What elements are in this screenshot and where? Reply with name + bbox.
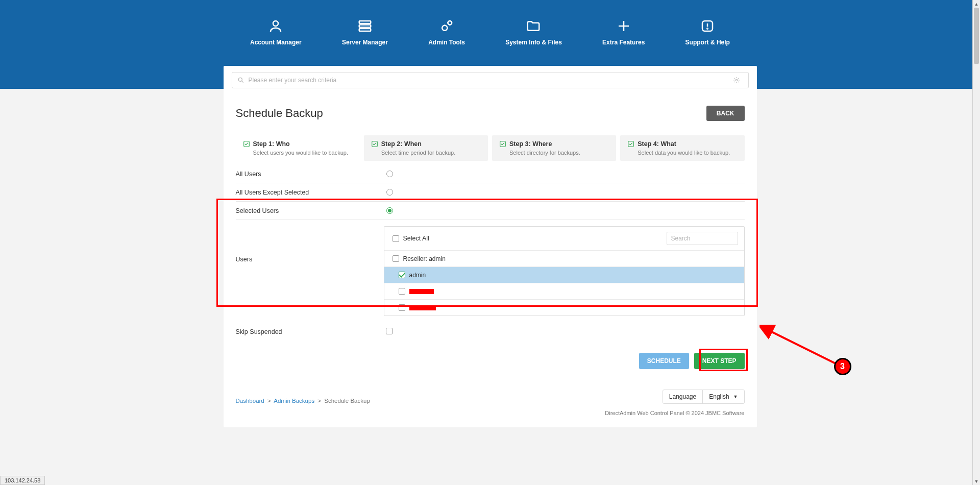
step-subtitle: Select users you would like to backup. bbox=[253, 150, 353, 156]
nav-server-manager[interactable]: Server Manager bbox=[342, 18, 388, 46]
nav-system-info[interactable]: System Info & Files bbox=[505, 18, 562, 46]
radio-all-users[interactable] bbox=[386, 171, 393, 177]
step-where[interactable]: Step 3: Where Select directory for backu… bbox=[492, 135, 616, 161]
label-users: Users bbox=[236, 220, 384, 267]
user-search-input[interactable] bbox=[667, 232, 738, 245]
radio-selected-users[interactable] bbox=[386, 207, 393, 214]
checkbox-user-1[interactable] bbox=[399, 288, 405, 295]
nav-label: Account Manager bbox=[250, 39, 302, 46]
svg-rect-1 bbox=[359, 21, 371, 23]
svg-rect-2 bbox=[359, 25, 371, 28]
nav-extra-features[interactable]: Extra Features bbox=[602, 18, 645, 46]
chevron-down-icon: ▼ bbox=[733, 394, 738, 399]
step-title: Step 1: Who bbox=[253, 140, 290, 148]
plus-icon bbox=[616, 18, 631, 34]
checkbox-admin[interactable] bbox=[399, 272, 405, 278]
step-what[interactable]: Step 4: What Select data you would like … bbox=[620, 135, 744, 161]
row-users: Users Select All Reseller: admin bbox=[236, 220, 745, 322]
crumb-current: Schedule Backup bbox=[324, 398, 370, 404]
user-icon bbox=[268, 18, 283, 34]
svg-point-9 bbox=[736, 79, 738, 81]
wizard-steps: Step 1: Who Select users you would like … bbox=[232, 135, 749, 165]
svg-point-8 bbox=[238, 78, 242, 81]
check-icon bbox=[499, 140, 506, 148]
search-input[interactable] bbox=[248, 76, 733, 84]
checkbox-user-2[interactable] bbox=[399, 304, 405, 311]
step-title: Step 2: When bbox=[381, 140, 422, 148]
step-who[interactable]: Step 1: Who Select users you would like … bbox=[236, 135, 360, 161]
language-selector[interactable]: Language English ▼ bbox=[663, 390, 745, 404]
schedule-button[interactable]: SCHEDULE bbox=[639, 353, 689, 369]
language-value[interactable]: English ▼ bbox=[702, 390, 744, 403]
step-subtitle: Select directory for backups. bbox=[509, 150, 609, 156]
browser-status-bar: 103.142.24.58 bbox=[0, 476, 45, 485]
annotation-arrow bbox=[760, 324, 846, 370]
breadcrumb: Dashboard > Admin Backups > Schedule Bac… bbox=[236, 398, 370, 404]
user-row-redacted-2[interactable] bbox=[384, 299, 744, 316]
check-icon bbox=[243, 140, 250, 148]
nav-support-help[interactable]: Support & Help bbox=[685, 18, 730, 46]
search-icon bbox=[237, 77, 244, 84]
main-card: Schedule Backup BACK Step 1: Who Select … bbox=[224, 66, 757, 427]
server-icon bbox=[357, 18, 373, 34]
label-select-all: Select All bbox=[403, 235, 429, 242]
svg-line-14 bbox=[769, 330, 839, 365]
svg-point-7 bbox=[707, 28, 708, 29]
gears-icon bbox=[439, 18, 454, 34]
label-reseller: Reseller: admin bbox=[403, 255, 446, 262]
step-title: Step 4: What bbox=[638, 140, 676, 148]
step-subtitle: Select data you would like to backup. bbox=[638, 150, 737, 156]
step-title: Step 3: Where bbox=[509, 140, 552, 148]
svg-rect-3 bbox=[359, 29, 371, 31]
search-bar[interactable] bbox=[232, 72, 749, 88]
label-all-users: All Users bbox=[236, 166, 384, 182]
scroll-up-arrow[interactable]: ▲ bbox=[973, 0, 980, 8]
row-all-users: All Users bbox=[236, 165, 745, 183]
redacted-username bbox=[409, 289, 434, 294]
svg-point-5 bbox=[448, 21, 452, 25]
crumb-admin-backups[interactable]: Admin Backups bbox=[274, 398, 314, 404]
folder-icon bbox=[526, 18, 541, 34]
nav-label: System Info & Files bbox=[505, 39, 562, 46]
label-skip-suspended: Skip Suspended bbox=[236, 324, 384, 340]
vertical-scrollbar[interactable]: ▲ ▼ bbox=[972, 0, 980, 485]
row-all-except: All Users Except Selected bbox=[236, 183, 745, 202]
nav-label: Server Manager bbox=[342, 39, 388, 46]
nav-account-manager[interactable]: Account Manager bbox=[250, 18, 302, 46]
back-button[interactable]: BACK bbox=[706, 106, 745, 121]
nav-admin-tools[interactable]: Admin Tools bbox=[428, 18, 465, 46]
nav-label: Support & Help bbox=[685, 39, 730, 46]
scroll-thumb[interactable] bbox=[974, 8, 979, 64]
nav-label: Admin Tools bbox=[428, 39, 465, 46]
copyright-text: DirectAdmin Web Control Panel © 2024 JBM… bbox=[232, 410, 749, 416]
redacted-username bbox=[409, 305, 436, 310]
radio-all-except[interactable] bbox=[386, 189, 393, 196]
user-row-redacted-1[interactable] bbox=[384, 283, 744, 299]
checkbox-reseller[interactable] bbox=[393, 255, 399, 262]
user-row-reseller[interactable]: Reseller: admin bbox=[384, 250, 744, 266]
step-subtitle: Select time period for backup. bbox=[381, 150, 481, 156]
label-all-except: All Users Except Selected bbox=[236, 185, 384, 200]
page-title: Schedule Backup bbox=[236, 107, 323, 120]
language-label: Language bbox=[663, 390, 702, 403]
row-skip-suspended: Skip Suspended bbox=[236, 322, 745, 342]
checkbox-skip-suspended[interactable] bbox=[386, 328, 393, 334]
row-selected-users: Selected Users bbox=[236, 202, 745, 220]
users-panel: Select All Reseller: admin admin bbox=[384, 226, 745, 316]
nav-label: Extra Features bbox=[602, 39, 645, 46]
crumb-dashboard[interactable]: Dashboard bbox=[236, 398, 264, 404]
gear-icon[interactable] bbox=[733, 77, 740, 84]
scroll-down-arrow[interactable]: ▼ bbox=[973, 477, 980, 485]
annotation-badge-3: 3 bbox=[834, 358, 851, 375]
check-icon bbox=[371, 140, 378, 148]
next-step-button[interactable]: NEXT STEP bbox=[694, 353, 745, 369]
step-when[interactable]: Step 2: When Select time period for back… bbox=[364, 135, 488, 161]
svg-point-0 bbox=[273, 21, 278, 26]
svg-point-4 bbox=[442, 26, 447, 31]
check-icon bbox=[627, 140, 634, 148]
label-admin: admin bbox=[409, 272, 426, 279]
alert-icon bbox=[700, 18, 715, 34]
label-selected-users: Selected Users bbox=[236, 203, 384, 219]
user-row-admin[interactable]: admin bbox=[384, 266, 744, 283]
checkbox-select-all[interactable] bbox=[393, 235, 399, 242]
